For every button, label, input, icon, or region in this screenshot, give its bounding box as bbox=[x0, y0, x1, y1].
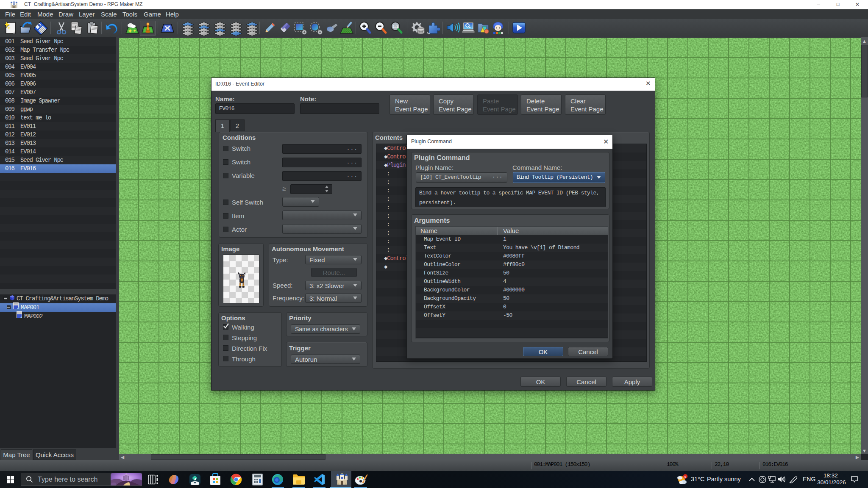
svg-text:1:1: 1:1 bbox=[392, 25, 398, 29]
svg-text:6: 6 bbox=[684, 475, 687, 479]
